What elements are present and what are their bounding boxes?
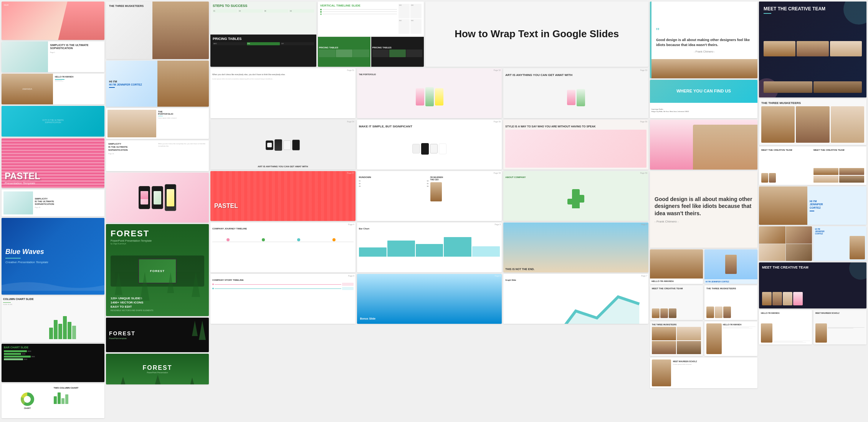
slide-simplicity-1[interactable]: SIMPLICITY IS THE ULTIMATE SOPHISTICATIO…	[2, 41, 104, 72]
slide-forest-1[interactable]: FOREST PowerPoint Presentation Template …	[106, 224, 209, 316]
slide-meet-creative-bottom[interactable]: MEET THE CREATIVE TEAM	[759, 262, 866, 308]
slide-column-chart[interactable]: COLUMN CHART SLIDE SLIDE SLIDE	[2, 296, 104, 342]
slide-meet-creative-2[interactable]: MEET THE CREATIVE TEAM MEET THE CREATIVE…	[759, 147, 866, 185]
main-container: OLIO STREET WEAR CONCEPT PORTOFOLIO SIMP…	[0, 0, 868, 422]
col-right: MEET THE CREATIVE TEAM	[759, 2, 866, 420]
slide-phones[interactable]	[106, 173, 209, 223]
slide-three-musk-small[interactable]: THE THREE MUSKETEERS	[704, 285, 757, 320]
slide-amanda-bottom[interactable]: HELLO I'M AMANDA	[759, 310, 812, 345]
slide-portfolio-flamingo[interactable]: OLIO STREET WEAR CONCEPT PORTOFOLIO	[2, 2, 104, 40]
center-right-row-1: HELLO I'M AMANDA HI I'M JENNIFER CORTEZ	[650, 249, 757, 284]
col-center-right: " Good design is all about making other …	[650, 2, 757, 420]
slide-jennifer-right[interactable]: HI I'MJENNIFERCORTEZ	[759, 186, 866, 225]
slide-p54-watches[interactable]: Page 54 ART IS ANYTHING YOU CAN GET AWAT…	[210, 120, 355, 170]
col-left-1: OLIO STREET WEAR CONCEPT PORTOFOLIO SIMP…	[2, 2, 104, 420]
slide-p53-art[interactable]: Page 53 ART IS ANYTHING YOU CAN GET AWAT…	[503, 68, 648, 118]
slide-graph[interactable]: Page 7 Graph Slide	[503, 274, 648, 324]
slide-portofolio-1[interactable]: THEPORTOFOLIO Lorem ipsum dolor sit amet	[106, 108, 209, 139]
slide-p56-style[interactable]: Page 56 STYLE IS A WAY TO SAY WHO YOU AR…	[503, 120, 648, 170]
slide-quote-2[interactable]: Good design is all about making other de…	[650, 171, 757, 248]
slide-p57-pastel[interactable]: Page 57 PASTEL	[210, 171, 355, 221]
slide-p59-about[interactable]: Page 59 ABOUT COMPANY	[503, 171, 648, 221]
right-row-1: HI I'MJENNIFERCORTEZ	[759, 226, 866, 261]
main-title-card: How to Wrap Text in Google Slides	[425, 2, 649, 67]
slide-teal-photo[interactable]: ICITY IS THE ULTIMATESOPHISTICATION	[2, 106, 104, 137]
center-row-5: Page 4 COMPANY JOURNEY TIMELINE Page 5 B…	[210, 223, 648, 272]
slide-meet-maureen[interactable]: MEET MAUREEN SCHOLZ Lorem ipsum dolor si…	[650, 358, 757, 388]
slide-timeline-pricing[interactable]: VERTICAL TIMELINE SLIDE 2019 2020 2021	[318, 2, 424, 67]
slide-jennifer-grid[interactable]: HI I'MJENNIFERCORTEZ	[813, 226, 866, 261]
slide-bar-chart-center[interactable]: Page 5 Bar Chart	[357, 223, 502, 272]
slide-company-journey[interactable]: Page 4 COMPANY JOURNEY TIMELINE	[210, 223, 355, 272]
center-row-3: Page 54 ART IS ANYTHING YOU CAN GET AWAT…	[210, 120, 648, 170]
slide-story-timeline[interactable]: Page 8 COMPANY STORY TIMELINE	[210, 274, 355, 324]
center-row-6: Page 8 COMPANY STORY TIMELINE Page 6 Bon…	[210, 274, 648, 324]
center-right-row-3: THE THREE MUSKETEERS HELLO I'M AMANDA	[650, 321, 757, 356]
slide-amanda-small[interactable]: HELLO I'M AMANDA	[650, 249, 703, 284]
col-center-main: STEPS TO SUCCESS 01 02 03 04 PRICING TAB…	[210, 2, 648, 420]
slide-hi-jennifer-1[interactable]: HI I'M HI I'M JENNIFER CORTEZ	[106, 61, 209, 107]
slide-jennifer-small[interactable]: HI I'M JENNIFER CORTEZ	[704, 249, 757, 284]
slide-three-musk-right[interactable]: THE THREE MUSKETEERS	[759, 99, 866, 145]
slide-simplicity-text[interactable]: SIMPLICITYIS THE ULTIMATESOPHISTICATION …	[106, 140, 209, 171]
slide-steps-pricing[interactable]: STEPS TO SUCCESS 01 02 03 04 PRICING TAB…	[210, 2, 316, 67]
slide-meet-maureen-bottom[interactable]: MEET MAUREEN SCHOLZ	[813, 310, 866, 345]
slide-hello-amanda-2[interactable]: HELLO I'M AMANDA	[704, 321, 757, 356]
center-right-row-2: MEET THE CREATIVE TEAM THE THREE MUSKETE…	[650, 285, 757, 320]
slide-not-the-end[interactable]: Page 9 THIS IS NOT THE END.	[503, 223, 648, 272]
slide-simplicity-small[interactable]: SIMPLICITYIS THE ULTIMATESOPHISTICATION …	[2, 190, 104, 216]
slide-p52-phones[interactable]: Page 52 THE PORTOFOLIO	[357, 68, 502, 118]
slide-bar-chart-dark[interactable]: BAR CHART SLIDE 2019 2020 2021 2022	[2, 344, 104, 382]
slide-pie-two-col[interactable]: CHART TWO-COLUMN CHART	[2, 384, 104, 418]
slide-person-grid-1[interactable]	[759, 226, 812, 261]
slide-p58-rundown[interactable]: Page 58 RUNDOWN 0104 0205 0306 I'M MAURE…	[357, 171, 502, 221]
col-left-2: THE THREE MUSKETEERS HI I'M HI I'M JENNI…	[106, 2, 209, 420]
slide-water[interactable]: Page 6 Bonus Slide	[357, 274, 502, 324]
slide-meet-creative-large[interactable]: MEET THE CREATIVE TEAM	[759, 2, 866, 97]
slide-person-pink[interactable]	[650, 120, 757, 170]
right-row-bottom: HELLO I'M AMANDA MEET MAUREEN SCHOLZ	[759, 310, 866, 345]
center-row-2: Page 51 When you don't dress like everyb…	[210, 68, 648, 118]
slide-meet-team-small[interactable]: MEET THE CREATIVE TEAM	[650, 285, 703, 320]
slide-forest-2[interactable]: FOREST PowerPoint template	[106, 318, 209, 352]
slide-forest-3[interactable]: FOREST PowerPoint Presentation	[106, 354, 209, 384]
slide-stadium[interactable]: PASTEL Presentation Template	[2, 138, 104, 188]
slide-p51[interactable]: Page 51 When you don't dress like everyb…	[210, 68, 355, 118]
slide-three-musketeers-1[interactable]: THE THREE MUSKETEERS	[106, 2, 209, 59]
center-row-4: Page 57 PASTEL Page 58 RUNDOWN 0104 0205	[210, 171, 648, 221]
center-top-row: STEPS TO SUCCESS 01 02 03 04 PRICING TAB…	[210, 2, 648, 67]
slide-quote-1[interactable]: " Good design is all about making other …	[650, 2, 757, 78]
slide-blue-waves[interactable]: Blue Waves Creative Presentation Templat…	[2, 218, 104, 295]
slide-where-find-us[interactable]: WHERE YOU CAN FIND US Inspirisign Studio…	[650, 80, 757, 118]
slide-p55-simple[interactable]: Page 55 MAKE IT SIMPLE, BUT SIGNIFICANT	[357, 120, 502, 170]
slide-amanda[interactable]: AMANDA HELLO I'M AMANDA	[2, 74, 104, 104]
slide-three-musk-2[interactable]: THE THREE MUSKETEERS	[650, 321, 703, 356]
